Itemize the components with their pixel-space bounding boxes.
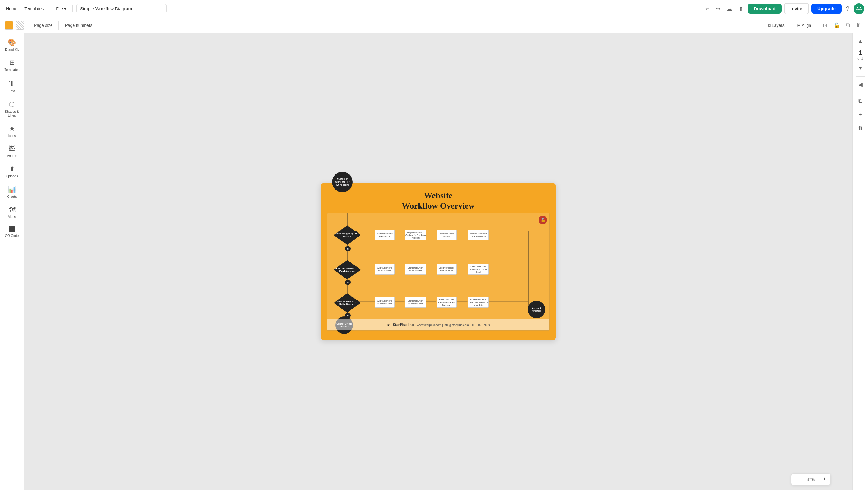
avatar[interactable]: AA	[854, 3, 864, 14]
help-button[interactable]: ?	[844, 3, 851, 14]
sidebar-label-templates: Templates	[4, 68, 19, 72]
sidebar-item-charts[interactable]: 📊 Charts	[1, 183, 23, 202]
toolbar: Page size Page numbers ⧉ Layers ⊟ Align …	[0, 18, 868, 33]
n-circle-1: N	[345, 246, 350, 251]
document-title-input[interactable]	[76, 4, 167, 13]
canvas-area[interactable]: Website Workflow Overview 🔒	[24, 33, 852, 490]
box-3-3: Send One-Time Password via Text Message	[437, 297, 457, 308]
templates-icon: ⊞	[9, 59, 15, 67]
zoom-controls: − 47% +	[791, 473, 831, 485]
page-indicator: 1 of 1	[858, 49, 863, 60]
right-panel-divider	[856, 76, 865, 76]
n-circle-2: N	[345, 280, 350, 285]
right-panel-divider-2	[856, 93, 865, 93]
sidebar-item-qrcode[interactable]: ⬛ QR Code	[1, 223, 23, 241]
sidebar-label-uploads: Uploads	[6, 174, 18, 178]
charts-icon: 📊	[8, 186, 16, 193]
top-nav: Home Templates File ▾ ↩ ↪ ☁ ⬆ Download I…	[0, 0, 868, 18]
uploads-icon: ⬆	[9, 165, 15, 173]
icons-icon: ★	[9, 125, 15, 132]
pattern-button[interactable]	[16, 21, 24, 30]
sidebar-item-brandkit[interactable]: 🎨 Brand Kit	[1, 36, 23, 55]
layers-button[interactable]: ⧉ Layers	[765, 21, 787, 29]
main-area: 🎨 Brand Kit ⊞ Templates T Text ⬡ Shapes …	[0, 33, 868, 490]
sidebar-item-maps[interactable]: 🗺 Maps	[1, 203, 23, 222]
page-numbers-label[interactable]: Page numbers	[62, 22, 95, 29]
sidebar-label-icons: Icons	[8, 134, 16, 138]
download-button[interactable]: Download	[748, 4, 781, 13]
nav-home[interactable]: Home	[4, 4, 20, 13]
sidebar: 🎨 Brand Kit ⊞ Templates T Text ⬡ Shapes …	[0, 33, 24, 490]
align-icon: ⊟	[797, 23, 801, 28]
cloud-save-button[interactable]: ☁	[724, 3, 734, 14]
box-2-4: Customer Clicks Verification Link in Ema…	[468, 264, 489, 275]
add-page-button[interactable]: +	[856, 109, 864, 120]
color-swatch[interactable]	[5, 21, 13, 30]
account-created-circle: Account Created	[528, 301, 545, 318]
box-1-2: Request Access to Customer's Facebook Ac…	[405, 229, 427, 241]
sidebar-label-shapes: Shapes & Lines	[3, 110, 21, 118]
right-panel: ▲ 1 of 1 ▼ ◀ ⧉ + 🗑	[852, 33, 868, 490]
photos-icon: 🖼	[9, 145, 16, 153]
sidebar-item-icons[interactable]: ★ Icons	[1, 122, 23, 141]
lock-badge: 🔒	[538, 216, 547, 224]
toolbar-divider-3	[790, 21, 791, 30]
share-button[interactable]: ⬆	[737, 3, 745, 14]
lock-button[interactable]: 🔒	[832, 21, 842, 30]
sidebar-label-brandkit: Brand Kit	[5, 48, 19, 52]
box-1-4: Redirect Customer back to Website	[468, 229, 489, 241]
page-up-button[interactable]: ▲	[855, 36, 866, 47]
text-icon: T	[9, 79, 14, 88]
delete-page-button[interactable]: 🗑	[855, 123, 866, 134]
delete-button[interactable]: 🗑	[854, 21, 863, 30]
copy-button[interactable]: ⧉	[844, 21, 852, 30]
box-3-4: Customer Enters One-Time Password on Web…	[468, 297, 489, 308]
nav-divider-2	[72, 5, 73, 12]
toolbar-divider-4	[817, 21, 817, 30]
sidebar-item-uploads[interactable]: ⬆ Uploads	[1, 162, 23, 181]
sidebar-item-text[interactable]: T Text	[1, 76, 23, 96]
sidebar-item-templates[interactable]: ⊞ Templates	[1, 56, 23, 75]
page-size-label[interactable]: Page size	[32, 22, 55, 29]
qrcode-icon: ⬛	[9, 226, 16, 233]
align-button[interactable]: ⊟ Align	[795, 22, 813, 29]
undo-button[interactable]: ↩	[704, 4, 712, 14]
diagram-footer: ★ StarPlus Inc. www.starplus.com | info@…	[327, 319, 550, 330]
shapes-icon: ⬡	[9, 101, 15, 109]
crop-button[interactable]: ⊡	[821, 21, 829, 30]
redo-button[interactable]: ↪	[714, 4, 722, 14]
page-number: 1	[859, 49, 862, 56]
diagram-content: 🔒	[327, 213, 550, 331]
maps-icon: 🗺	[9, 206, 16, 214]
sidebar-label-maps: Maps	[8, 215, 16, 219]
star-icon: ★	[386, 323, 390, 327]
company-name: StarPlus Inc.	[393, 323, 415, 327]
box-2-1: Ask Customer's Email Address	[375, 264, 395, 275]
layers-icon: ⧉	[768, 23, 771, 28]
nav-file-menu[interactable]: File ▾	[54, 4, 69, 13]
page-down-button[interactable]: ▼	[855, 63, 866, 74]
box-3-2: Customer Enters Mobile Number	[405, 297, 427, 308]
sidebar-label-text: Text	[9, 89, 15, 93]
page-of: of 1	[858, 57, 863, 60]
box-1-1: Redirect Customer to Facebook	[375, 229, 395, 241]
nav-templates[interactable]: Templates	[22, 4, 46, 13]
sidebar-label-qrcode: QR Code	[5, 234, 19, 238]
box-2-2: Customer Enters Email Address	[405, 264, 427, 275]
invite-button[interactable]: Invite	[784, 3, 809, 14]
sidebar-item-shapes[interactable]: ⬡ Shapes & Lines	[1, 98, 23, 121]
collapse-panel-button[interactable]: ◀	[856, 79, 865, 90]
sidebar-label-charts: Charts	[7, 195, 17, 198]
box-3-1: Ask Customer's Mobile Number	[375, 297, 395, 308]
copy-page-button[interactable]: ⧉	[856, 95, 865, 107]
zoom-out-button[interactable]: −	[792, 474, 803, 485]
box-2-3: Send Verification Link via Email	[437, 264, 457, 275]
brandkit-icon: 🎨	[8, 38, 16, 47]
upgrade-button[interactable]: Upgrade	[811, 4, 842, 13]
zoom-in-button[interactable]: +	[818, 474, 830, 485]
sidebar-item-photos[interactable]: 🖼 Photos	[1, 142, 23, 161]
diagram-title: Website Workflow Overview	[402, 190, 475, 211]
diagram: Website Workflow Overview 🔒	[321, 183, 556, 340]
contact-info: www.starplus.com | info@starplus.com | 4…	[417, 323, 490, 327]
top-circle: Customer Signs Up For An Account	[332, 172, 352, 192]
